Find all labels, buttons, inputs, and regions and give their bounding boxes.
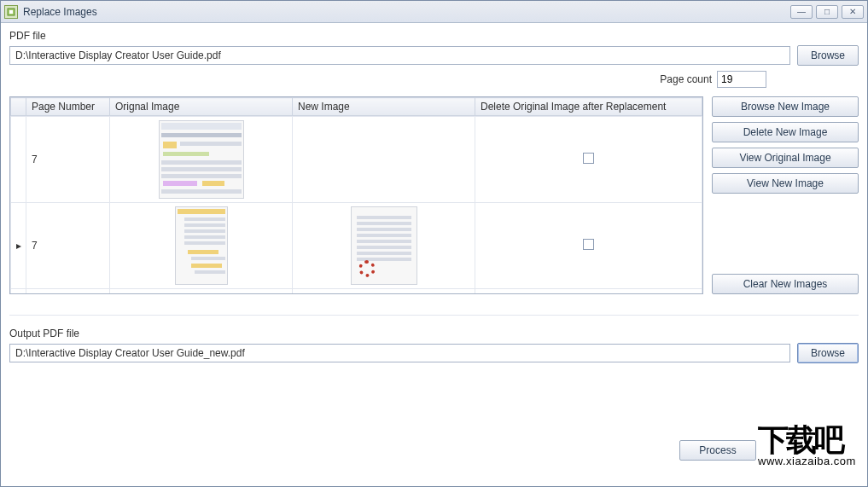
grid-scroll[interactable]: 7 [10, 116, 702, 293]
cell-page-number: 7 [26, 117, 110, 203]
window-controls: — □ ✕ [790, 5, 864, 19]
row-indicator [11, 117, 26, 203]
col-page-number[interactable]: Page Number [26, 98, 110, 116]
app-icon [4, 5, 18, 19]
delete-checkbox[interactable] [583, 239, 594, 250]
cell-original-image [110, 289, 293, 294]
view-original-image-button[interactable]: View Original Image [712, 148, 859, 168]
col-original-image[interactable]: Orignal Image [110, 98, 293, 116]
cell-page-number [26, 289, 110, 294]
titlebar: Replace Images — □ ✕ [1, 1, 867, 23]
close-button[interactable]: ✕ [842, 5, 864, 19]
col-delete-after[interactable]: Delete Original Image after Replacement [475, 98, 702, 116]
window: Replace Images — □ ✕ PDF file Browse Pag… [0, 0, 868, 487]
grid-header: Page Number Orignal Image New Image Dele… [10, 97, 702, 116]
cell-new-image [293, 289, 475, 294]
output-pdf-row: Browse [9, 343, 859, 363]
ring-icon [358, 260, 376, 277]
page-count-row: Page count [9, 71, 766, 88]
page-count-label: Page count [660, 73, 712, 85]
view-new-image-button[interactable]: View New Image [712, 173, 859, 194]
row-indicator [11, 289, 26, 294]
output-pdf-input[interactable] [9, 344, 790, 362]
pdf-file-input[interactable] [9, 46, 790, 65]
cell-original-image [110, 117, 293, 203]
process-button[interactable]: Process [679, 440, 756, 461]
cell-delete-after [475, 289, 702, 294]
cell-new-image [293, 203, 475, 289]
browse-pdf-button[interactable]: Browse [797, 45, 859, 66]
cell-original-image [110, 203, 293, 289]
divider [9, 315, 859, 316]
side-buttons: Browse New Image Delete New Image View O… [712, 96, 859, 294]
pdf-file-label: PDF file [9, 30, 859, 42]
col-new-image[interactable]: New Image [293, 98, 475, 116]
minimize-button[interactable]: — [790, 5, 813, 19]
maximize-button[interactable]: □ [816, 5, 838, 19]
content: PDF file Browse Page count Page Number O… [1, 23, 867, 469]
table-row[interactable] [11, 289, 702, 294]
clear-new-images-button[interactable]: Clear New Images [712, 274, 859, 294]
browse-new-image-button[interactable]: Browse New Image [712, 96, 859, 117]
svg-rect-1 [9, 10, 13, 14]
page-count-input[interactable] [717, 71, 766, 88]
cell-delete-after [475, 203, 702, 289]
pdf-file-row: Browse [9, 45, 859, 66]
col-indicator[interactable] [11, 98, 26, 116]
mid-area: Page Number Orignal Image New Image Dele… [9, 96, 859, 294]
cell-delete-after [475, 117, 702, 203]
cell-page-number: 7 [26, 203, 110, 289]
original-thumbnail [159, 120, 244, 199]
table-row[interactable]: 7 [11, 117, 702, 203]
original-thumbnail [175, 206, 228, 285]
browse-output-button[interactable]: Browse [797, 343, 859, 363]
window-title: Replace Images [23, 6, 790, 18]
new-thumbnail [351, 206, 417, 285]
output-pdf-label: Output PDF file [9, 328, 859, 339]
cell-new-image [293, 117, 475, 203]
image-grid: Page Number Orignal Image New Image Dele… [9, 96, 703, 294]
table-row[interactable]: ▸ 7 [11, 203, 702, 289]
side-spacer [712, 199, 859, 269]
row-indicator: ▸ [11, 203, 26, 289]
delete-checkbox[interactable] [583, 153, 594, 164]
delete-new-image-button[interactable]: Delete New Image [712, 122, 859, 142]
footer: Process [9, 440, 859, 461]
